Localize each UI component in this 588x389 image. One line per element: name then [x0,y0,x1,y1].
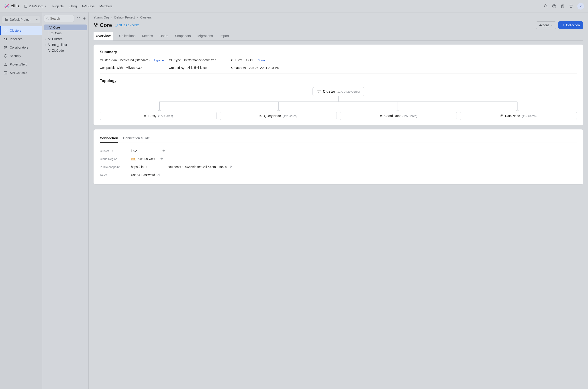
cu-size-label: CU Size [231,58,243,62]
aws-provider-badge: aws [131,158,136,161]
breadcrumb: Yuan's Org › Default Project › Clusters [93,16,583,19]
conn-tab-guide[interactable]: Connection Guide [123,135,150,143]
search-box[interactable] [44,15,74,22]
svg-point-34 [50,28,51,29]
svg-point-38 [50,38,50,38]
breadcrumb-project[interactable]: Default Project [114,16,135,19]
sidebar-item-label: Security [10,54,21,58]
svg-rect-4 [25,5,27,8]
query-icon [259,114,262,117]
sidebar-item-label: Clusters [10,29,21,32]
page-title: Core [93,22,112,28]
upgrade-link[interactable]: Upgrade [153,59,164,62]
shield-icon [3,54,8,58]
sidebar-item-label: Pipelines [10,37,23,41]
breadcrumb-clusters[interactable]: Clusters [140,16,152,19]
sidebar-item-security[interactable]: Security [0,52,42,60]
svg-point-11 [554,7,554,7]
nav-members[interactable]: Members [99,4,112,8]
tab-collections[interactable]: Collections [119,32,136,40]
sidebar-item-project-alert[interactable]: Project Alert [0,60,42,69]
help-icon[interactable] [552,4,556,8]
tab-overview[interactable]: Overview [93,32,113,40]
svg-point-45 [49,51,49,52]
org-name: Zilliz's Org [29,4,43,8]
trash-icon[interactable] [569,4,573,8]
collaborators-icon [3,45,8,49]
svg-line-49 [95,25,96,26]
search-icon [46,17,49,20]
chevron-right-icon: › [45,49,46,52]
notifications-icon[interactable] [543,4,548,8]
org-selector[interactable]: Zilliz's Org ▾ [24,4,46,8]
add-icon[interactable] [82,16,87,21]
conn-tab-connection[interactable]: Connection [100,135,118,143]
cluster-id-value: in02- [131,149,160,153]
avatar[interactable]: Y [577,3,584,10]
tree-leaf-cars[interactable]: Cars [48,30,87,36]
svg-point-33 [51,26,51,27]
brand-text: zilliz [11,4,20,8]
sidebar-item-collaborators[interactable]: Collaborators [0,43,42,52]
region-value: aws-us-west-1 [138,157,158,161]
tree-node-cluster1[interactable]: › Cluster1 [44,36,87,42]
actions-dropdown[interactable]: Actions ⌄ [536,21,556,29]
topbar: zilliz Zilliz's Org ▾ Projects Billing A… [0,0,588,12]
created-by-value: zilliz@zilliz.com [187,66,209,69]
endpoint-prefix: https:// in01- [131,165,164,169]
zilliz-logo-icon [4,3,10,9]
breadcrumb-org[interactable]: Yuan's Org [93,16,109,19]
summary-heading: Summary [100,50,577,54]
svg-rect-21 [4,38,5,38]
svg-line-29 [48,19,48,19]
scale-link[interactable]: Scale [258,59,265,62]
copy-icon[interactable] [229,165,233,168]
alert-icon [3,62,8,66]
search-input[interactable] [50,17,72,20]
tab-metrics[interactable]: Metrics [142,32,153,40]
cluster-icon [93,23,98,27]
cluster-icon [49,26,52,29]
summary-card: Summary Cluster Plan Dedicated (Standard… [93,45,583,126]
docs-icon[interactable] [560,4,565,8]
copy-icon[interactable] [162,149,165,152]
tab-snapshots[interactable]: Snapshots [175,32,191,40]
svg-point-48 [95,26,96,27]
topnav: Projects Billing API Keys Members [52,4,113,8]
main-content: Yuan's Org › Default Project › Clusters … [89,12,588,389]
chevron-down-icon: ⌄ [551,24,553,27]
project-name: Default Project [10,18,30,21]
svg-rect-26 [4,71,7,74]
copy-icon[interactable] [160,157,163,161]
external-link-icon[interactable] [157,173,160,176]
add-collection-button[interactable]: Collection [558,21,583,29]
chevron-down-icon: ▾ [36,18,38,21]
svg-point-44 [50,49,50,50]
nav-billing[interactable]: Billing [69,4,77,8]
tree-node-core[interactable]: ⌄ Core [44,25,87,30]
sidebar-primary: Default Project ▾ Clusters Pipelines Col… [0,12,42,389]
nav-api-keys[interactable]: API Keys [82,4,95,8]
sidebar-item-clusters[interactable]: Clusters [0,26,42,35]
svg-point-32 [49,26,50,27]
refresh-icon[interactable] [76,16,80,21]
sidebar-item-api-console[interactable]: API Console [0,69,42,77]
cu-size-value: 12 CU [246,58,255,62]
compat-label: Compatible With [100,66,123,69]
project-selector[interactable]: Default Project ▾ [2,16,40,23]
tree-node-zipcode[interactable]: › ZipCode [44,48,87,54]
nav-projects[interactable]: Projects [52,4,64,8]
tab-migrations[interactable]: Migrations [197,32,213,40]
sidebar-item-pipelines[interactable]: Pipelines [0,35,42,43]
logo[interactable]: zilliz [4,3,20,9]
tree-node-bcr-rollout[interactable]: › Bcr_rollout [44,42,87,48]
svg-point-23 [4,46,6,47]
svg-point-53 [317,90,318,91]
cu-type-value: Performance-optimized [184,58,216,62]
svg-point-70 [501,115,503,116]
cluster-tree: ⌄ Core Cars › Cluster1 › [44,25,87,54]
tab-users[interactable]: Users [159,32,169,40]
sidebar-item-label: Project Alert [10,63,27,66]
svg-point-24 [6,47,7,48]
tab-import[interactable]: Import [219,32,230,40]
